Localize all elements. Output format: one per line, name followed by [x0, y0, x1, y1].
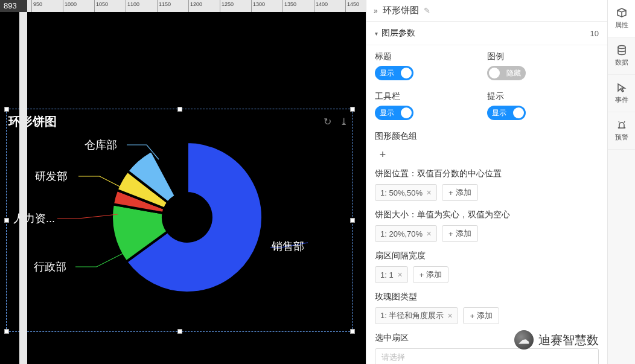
svg-point-0	[618, 46, 625, 49]
tab-data[interactable]: 数据	[608, 37, 635, 75]
group-count: 10	[590, 29, 599, 38]
rose-label: 玫瑰图类型	[375, 292, 599, 302]
gap-chip[interactable]: 1: 1✕	[375, 266, 408, 283]
legend-toggle-label: 图例	[487, 51, 599, 62]
handle-tc[interactable]	[177, 107, 182, 112]
position-chip[interactable]: 1: 50%,50%✕	[375, 184, 437, 201]
handle-tl[interactable]	[4, 107, 9, 112]
toolbar-toggle[interactable]: 显示	[375, 106, 413, 120]
property-panel: » 环形饼图 ✎ ▾ 图层参数 10 标题 显示 图例 隐藏 工具栏	[366, 0, 607, 364]
sidebar-tabs: 属性 数据 事件 预警	[607, 0, 635, 364]
selection-box[interactable]	[6, 109, 353, 332]
rose-add-button[interactable]: +添加	[463, 307, 499, 324]
alert-icon	[616, 120, 627, 130]
close-icon[interactable]: ✕	[426, 230, 432, 238]
panel-header: » 环形饼图 ✎	[366, 0, 607, 22]
title-toggle[interactable]: 显示	[375, 66, 413, 80]
color-group-label: 图形颜色组	[375, 131, 599, 142]
tooltip-toggle-label: 提示	[487, 91, 599, 102]
ruler-vertical	[19, 12, 27, 364]
selected-sector-select[interactable]: 请选择	[375, 348, 599, 364]
handle-ml[interactable]	[4, 218, 9, 223]
add-color-button[interactable]: +	[375, 147, 391, 162]
handle-mr[interactable]	[350, 218, 355, 223]
tab-alert[interactable]: 预警	[608, 112, 635, 150]
ruler-horizontal: 9501000105011001150120012501300135014001…	[27, 0, 366, 12]
canvas-stage[interactable]: 环形饼图 ↻ ⤓ 销售部	[0, 12, 366, 364]
tooltip-toggle[interactable]: 显示	[487, 106, 526, 120]
handle-tr[interactable]	[350, 107, 355, 112]
tab-event[interactable]: 事件	[608, 75, 635, 112]
coord-readout: 893	[4, 1, 17, 10]
gap-label: 扇区间隔宽度	[375, 251, 599, 261]
database-icon	[616, 45, 627, 56]
cursor-icon	[616, 82, 627, 93]
close-icon[interactable]: ✕	[397, 271, 403, 279]
handle-bc[interactable]	[177, 329, 182, 334]
size-label: 饼图大小：单值为实心，双值为空心	[375, 209, 599, 220]
close-icon[interactable]: ✕	[447, 312, 453, 320]
gap-add-button[interactable]: +添加	[413, 266, 449, 283]
group-label: 图层参数	[381, 28, 590, 39]
watermark-text: 迪赛智慧数	[538, 332, 599, 348]
watermark: ☁ 迪赛智慧数	[514, 330, 599, 350]
collapse-icon[interactable]: »	[374, 7, 378, 15]
group-header[interactable]: ▾ 图层参数 10	[366, 22, 607, 45]
position-add-button[interactable]: +添加	[442, 184, 478, 201]
toolbar-toggle-label: 工具栏	[375, 91, 487, 102]
panel-title: 环形饼图	[383, 5, 419, 16]
close-icon[interactable]: ✕	[426, 189, 432, 197]
wechat-logo-icon: ☁	[514, 330, 534, 350]
size-add-button[interactable]: +添加	[442, 225, 478, 242]
handle-br[interactable]	[350, 329, 355, 334]
position-label: 饼图位置：双值百分数的中心位置	[375, 168, 599, 179]
legend-toggle[interactable]: 隐藏	[487, 66, 526, 80]
rose-chip[interactable]: 1: 半径和角度展示✕	[375, 307, 458, 324]
size-chip[interactable]: 1: 20%,70%✕	[375, 225, 437, 242]
canvas-area[interactable]: 893 950100010501100115012001250130013501…	[0, 0, 366, 364]
title-toggle-label: 标题	[375, 51, 487, 62]
cube-icon	[616, 7, 627, 18]
caret-down-icon: ▾	[375, 30, 378, 37]
handle-bl[interactable]	[4, 329, 9, 334]
edit-icon[interactable]: ✎	[424, 6, 430, 15]
tab-properties[interactable]: 属性	[608, 0, 635, 37]
